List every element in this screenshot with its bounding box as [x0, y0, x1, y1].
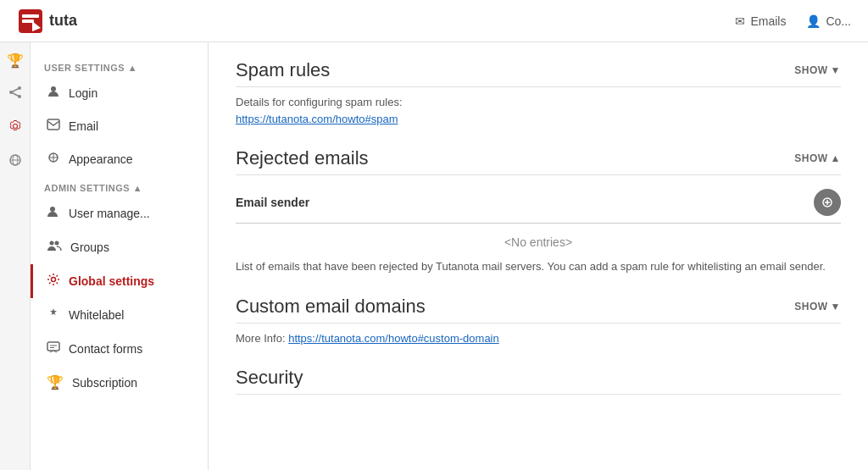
- sidebar-item-whitelabel-label: Whitelabel: [69, 308, 124, 322]
- svg-rect-1: [22, 14, 39, 18]
- spam-rules-header: Spam rules SHOW ▼: [236, 59, 841, 87]
- sidebar-item-contact-forms[interactable]: Contact forms: [31, 332, 208, 366]
- rejected-emails-toggle[interactable]: SHOW ▲: [794, 152, 841, 164]
- settings-sidebar-icon[interactable]: [8, 119, 22, 136]
- svg-point-14: [50, 207, 55, 212]
- sidebar-item-user-manage-label: User manage...: [69, 207, 150, 220]
- email-sender-label: Email sender: [236, 194, 309, 212]
- custom-domains-toggle[interactable]: SHOW ▼: [794, 301, 841, 312]
- main-layout: 🏆 USER SETTINGS ▲ Login Email: [0, 42, 868, 470]
- svg-point-11: [51, 86, 56, 91]
- svg-point-15: [50, 241, 54, 246]
- user-manage-icon: [47, 205, 60, 222]
- contact-forms-icon: [47, 340, 60, 357]
- svg-rect-12: [47, 119, 59, 130]
- custom-domains-chevron: ▼: [831, 301, 841, 312]
- custom-domains-header: Custom email domains SHOW ▼: [236, 296, 841, 323]
- logo-icon: [17, 8, 44, 35]
- emails-button[interactable]: ✉ Emails: [735, 14, 786, 28]
- security-title: Security: [236, 367, 303, 389]
- icon-bar: 🏆: [0, 42, 31, 470]
- spam-rules-body: Details for configuring spam rules: http…: [236, 94, 841, 127]
- svg-line-7: [11, 92, 19, 97]
- sidebar-item-appearance-label: Appearance: [69, 152, 133, 166]
- svg-line-6: [11, 88, 19, 92]
- security-section: Security: [236, 367, 841, 395]
- sidebar-item-whitelabel[interactable]: Whitelabel: [31, 298, 208, 332]
- sidebar-item-groups-label: Groups: [70, 241, 109, 254]
- logo-text: tuta: [49, 12, 77, 30]
- sidebar-item-contact-forms-label: Contact forms: [69, 342, 142, 356]
- no-entries-label: <No entries>: [236, 224, 841, 258]
- svg-rect-2: [22, 19, 34, 23]
- header: tuta ✉ Emails 👤 Co...: [0, 0, 868, 42]
- logo[interactable]: tuta: [17, 8, 77, 35]
- emails-label: Emails: [750, 14, 786, 28]
- admin-settings-section: ADMIN SETTINGS ▲: [31, 176, 208, 196]
- svg-point-16: [55, 241, 59, 246]
- rejected-emails-title: Rejected emails: [236, 147, 369, 169]
- groups-icon: [47, 239, 62, 256]
- sidebar-item-subscription-label: Subscription: [72, 376, 137, 390]
- svg-point-17: [52, 278, 56, 282]
- subscription-icon: 🏆: [47, 374, 64, 390]
- spam-rules-section: Spam rules SHOW ▼ Details for configurin…: [236, 59, 841, 127]
- share-sidebar-icon[interactable]: [8, 86, 22, 102]
- email-header-icon: ✉: [735, 14, 745, 28]
- contact-label: Co...: [826, 14, 851, 28]
- rejected-emails-header: Rejected emails SHOW ▲: [236, 147, 841, 175]
- appearance-icon: [47, 151, 60, 168]
- sidebar-item-global-settings-label: Global settings: [69, 274, 154, 288]
- sidebar-item-email[interactable]: Email: [31, 110, 208, 142]
- trophy-sidebar-icon[interactable]: 🏆: [7, 53, 24, 69]
- custom-domains-link[interactable]: https://tutanota.com/howto#custom-domain: [288, 332, 499, 345]
- sidebar-item-groups[interactable]: Groups: [31, 230, 208, 264]
- spam-rules-title: Spam rules: [236, 59, 330, 81]
- sidebar: USER SETTINGS ▲ Login Email Appearance A…: [31, 42, 209, 470]
- svg-rect-18: [47, 342, 59, 351]
- spam-rules-chevron: ▼: [831, 64, 841, 76]
- globe-sidebar-icon[interactable]: [8, 153, 22, 170]
- login-icon: [47, 85, 60, 102]
- contact-button[interactable]: 👤 Co...: [806, 14, 851, 28]
- sidebar-item-appearance[interactable]: Appearance: [31, 142, 208, 176]
- header-right: ✉ Emails 👤 Co...: [735, 14, 851, 28]
- custom-domains-title: Custom email domains: [236, 296, 426, 318]
- rejected-emails-description: List of emails that have been rejected b…: [236, 258, 841, 275]
- spam-rules-link[interactable]: https://tutanota.com/howto#spam: [236, 113, 398, 125]
- security-header: Security: [236, 367, 841, 395]
- custom-domains-section: Custom email domains SHOW ▼ More Info: h…: [236, 296, 841, 347]
- email-sidebar-icon: [47, 119, 60, 134]
- contact-header-icon: 👤: [806, 14, 821, 28]
- rejected-emails-section: Rejected emails SHOW ▲ Email sender <No …: [236, 147, 841, 275]
- rejected-emails-chevron: ▲: [831, 152, 841, 164]
- sidebar-item-subscription[interactable]: 🏆 Subscription: [31, 366, 208, 399]
- global-settings-icon: [47, 273, 60, 290]
- sidebar-item-user-manage[interactable]: User manage...: [31, 196, 208, 230]
- spam-rules-toggle[interactable]: SHOW ▼: [794, 64, 841, 76]
- content-area: Spam rules SHOW ▼ Details for configurin…: [209, 42, 868, 470]
- sidebar-item-login-label: Login: [69, 86, 97, 100]
- rejected-emails-body: Email sender <No entries> List of emails…: [236, 182, 841, 275]
- rejected-table-header: Email sender: [236, 182, 841, 224]
- user-settings-section: USER SETTINGS ▲: [31, 56, 208, 76]
- sidebar-item-global-settings[interactable]: Global settings: [31, 264, 208, 298]
- custom-domains-body: More Info: https://tutanota.com/howto#cu…: [236, 330, 841, 347]
- whitelabel-icon: [47, 307, 60, 323]
- sidebar-item-login[interactable]: Login: [31, 76, 208, 110]
- sidebar-item-email-label: Email: [69, 119, 98, 133]
- add-entry-button[interactable]: [814, 189, 841, 216]
